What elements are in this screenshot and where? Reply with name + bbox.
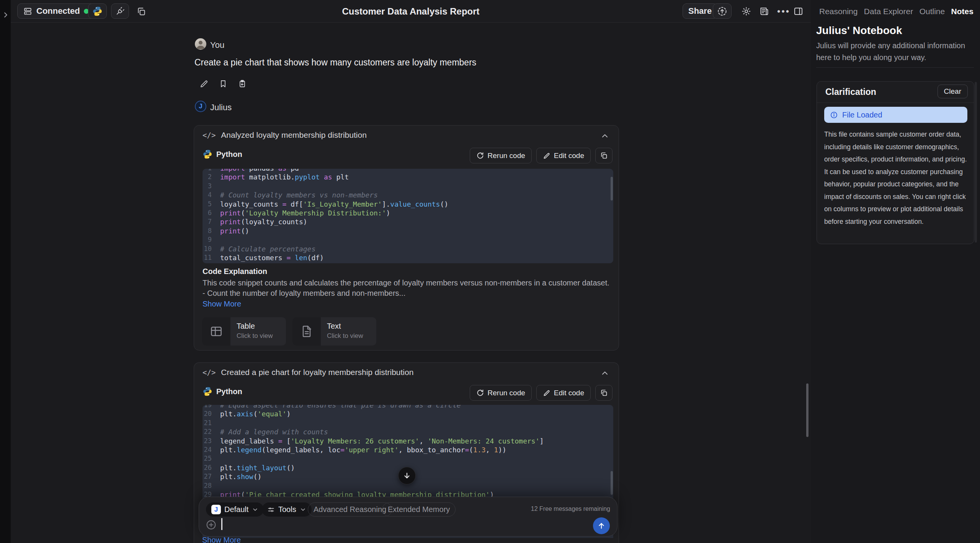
code-line: 8print()	[203, 227, 613, 235]
code-line: 23legend_labels = ['Loyalty Members: 26 …	[203, 437, 613, 445]
table-icon	[202, 317, 230, 346]
share-label: Share	[688, 6, 712, 16]
advanced-reasoning-toggle[interactable]: Advanced Reasoning	[308, 502, 392, 517]
julius-badge-icon: J	[211, 505, 221, 514]
file-loaded-label: File Loaded	[842, 111, 882, 119]
code-line: 3	[203, 182, 613, 191]
user-avatar	[195, 38, 206, 50]
model-selector[interactable]: J Default	[206, 502, 264, 517]
collapse-chevron-icon[interactable]	[600, 132, 609, 141]
refresh-icon	[476, 389, 484, 397]
code-icon: </>	[203, 131, 216, 139]
message-input[interactable]	[226, 516, 754, 532]
main-scrollbar-thumb[interactable]	[806, 383, 808, 437]
attach-plus-icon[interactable]	[206, 519, 217, 530]
table-output-card[interactable]: Table Click to view	[202, 317, 286, 346]
edit-code-button[interactable]: Edit code	[536, 385, 591, 401]
info-icon	[830, 111, 838, 119]
edit-message-icon[interactable]	[198, 78, 210, 90]
attachment-label: Text	[327, 322, 363, 331]
free-messages-remaining: 12 Free messages remaining	[531, 505, 610, 512]
code-line: 4# Count loyalty members vs non-members	[203, 191, 613, 199]
assistant-initial: J	[199, 103, 202, 110]
expand-sidebar-icon[interactable]	[2, 11, 10, 19]
attachment-label: Table	[237, 322, 273, 331]
edit-label: Edit code	[554, 152, 584, 160]
divider	[816, 67, 974, 68]
user-message: Create a pie chart that shows how many c…	[194, 57, 616, 68]
explanation-title: Code Explanation	[203, 267, 267, 276]
explanation-line: - Count the number of loyalty members an…	[203, 289, 611, 298]
python-logo-icon	[203, 149, 212, 159]
notebook-subtitle: Julius will provide any additional infor…	[816, 40, 973, 64]
code-line: 21	[203, 419, 613, 427]
language-row: Python	[203, 149, 242, 159]
news-feed-icon[interactable]	[759, 6, 769, 16]
text-file-icon	[292, 317, 321, 346]
text-cursor	[221, 518, 222, 530]
code-line: 20plt.axis('equal')	[203, 409, 613, 418]
toggle-panel-icon[interactable]	[793, 6, 804, 16]
rerun-code-button[interactable]: Rerun code	[470, 148, 532, 163]
share-button[interactable]: Share	[683, 3, 717, 19]
code-line: 7print(loyalty_counts)	[203, 217, 613, 226]
top-header: Connected Customer Data Analysis Report …	[11, 0, 811, 23]
code-scrollbar[interactable]	[611, 177, 613, 201]
clarification-card: Clarification Clear File Loaded This fil…	[817, 81, 974, 244]
sidebar-tabs: Reasoning Data Explorer Outline Notes	[811, 0, 980, 23]
copy-code-button[interactable]	[595, 385, 612, 401]
cell-buttons: Rerun code Edit code	[470, 385, 612, 401]
scroll-to-bottom-button[interactable]	[398, 467, 416, 484]
rerun-code-button[interactable]: Rerun code	[470, 385, 532, 401]
chevron-down-icon	[252, 506, 258, 513]
assistant-name: Julius	[210, 103, 232, 113]
cell-header[interactable]: </> Created a pie chart for loyalty memb…	[203, 368, 413, 377]
extended-memory-toggle[interactable]: Extended Memory	[382, 502, 456, 517]
refresh-icon	[476, 152, 484, 160]
language-row: Python	[203, 386, 242, 396]
publish-icon	[717, 6, 727, 16]
code-line: 25	[203, 454, 613, 463]
clear-button[interactable]: Clear	[938, 85, 968, 98]
code-line: 12percentages = (loyalty_counts / total_…	[203, 262, 613, 263]
code-cell-analysis: </> Analyzed loyalty membership distribu…	[194, 125, 619, 351]
show-more-link[interactable]: Show More	[203, 300, 241, 308]
code-line: 2import matplotlib.pyplot as plt	[203, 173, 613, 181]
code-editor[interactable]: 1import pandas as pd2import matplotlib.p…	[203, 169, 613, 263]
tab-data-explorer[interactable]: Data Explorer	[864, 7, 913, 16]
tab-outline[interactable]: Outline	[920, 7, 945, 16]
settings-gear-icon[interactable]	[741, 6, 751, 16]
cell-title: Created a pie chart for loyalty membersh…	[221, 368, 413, 377]
code-line: 9	[203, 235, 613, 244]
file-loaded-badge: File Loaded	[824, 107, 967, 123]
more-options-icon[interactable]: •••	[777, 6, 790, 17]
cell-header[interactable]: </> Analyzed loyalty membership distribu…	[203, 130, 367, 140]
code-line: 22# Add a legend with counts	[203, 427, 613, 436]
collapse-chevron-icon[interactable]	[600, 369, 609, 378]
tab-reasoning[interactable]: Reasoning	[819, 7, 858, 16]
rerun-label: Rerun code	[488, 389, 525, 397]
code-icon: </>	[203, 368, 216, 377]
sliders-icon	[267, 506, 275, 514]
publish-button[interactable]	[713, 3, 732, 19]
edit-code-button[interactable]: Edit code	[536, 148, 591, 163]
copy-code-button[interactable]	[595, 148, 612, 163]
user-name: You	[210, 40, 224, 50]
code-scrollbar[interactable]	[611, 471, 613, 495]
divider	[817, 103, 974, 103]
sidebar-scrollbar-thumb[interactable]	[975, 82, 977, 243]
code-line: 1import pandas as pd	[203, 169, 613, 173]
message-composer[interactable]: J Default Tools Advanced Reasoning Exten…	[199, 497, 617, 536]
show-more-link[interactable]: Show More	[202, 536, 241, 543]
python-logo-icon	[203, 386, 212, 396]
text-output-card[interactable]: Text Click to view	[292, 317, 376, 346]
notes-sidebar: Reasoning Data Explorer Outline Notes Ju…	[811, 0, 980, 543]
tools-label: Tools	[278, 505, 296, 514]
bookmark-icon[interactable]	[217, 78, 229, 90]
code-line: 19# Equal aspect ratio ensures that pie …	[203, 405, 613, 409]
tab-notes[interactable]: Notes	[951, 7, 973, 16]
clipboard-export-icon[interactable]	[237, 78, 248, 90]
tools-selector[interactable]: Tools	[262, 502, 312, 517]
send-button[interactable]	[593, 517, 610, 534]
assistant-avatar: J	[195, 101, 206, 112]
